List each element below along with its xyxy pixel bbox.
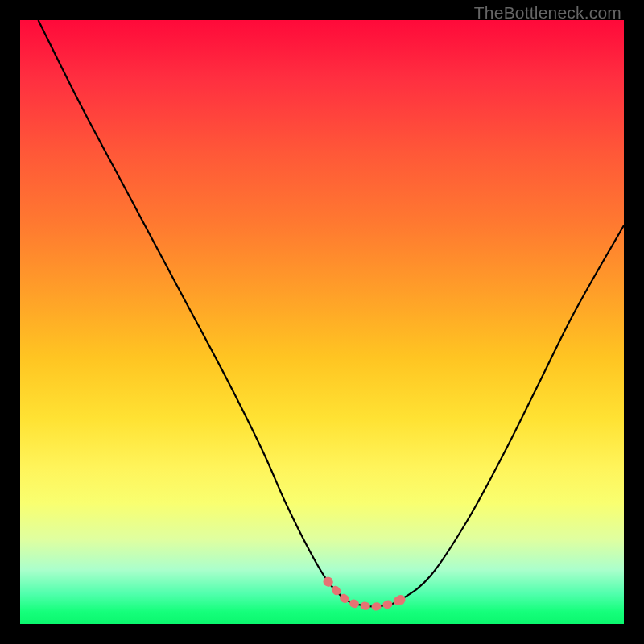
chart-frame: TheBottleneck.com bbox=[0, 0, 644, 644]
optimal-range-endpoint-right bbox=[396, 595, 406, 605]
chart-xlabel bbox=[0, 0, 1, 1]
chart-title bbox=[0, 0, 1, 1]
bottleneck-curve bbox=[39, 20, 625, 607]
optimal-range-endpoint-left bbox=[324, 577, 333, 587]
chart-curves-svg bbox=[20, 20, 624, 624]
optimal-range-highlight bbox=[328, 582, 401, 607]
chart-ylabel bbox=[0, 0, 1, 1]
attribution-watermark: TheBottleneck.com bbox=[474, 3, 621, 23]
chart-plot-area bbox=[20, 20, 624, 624]
